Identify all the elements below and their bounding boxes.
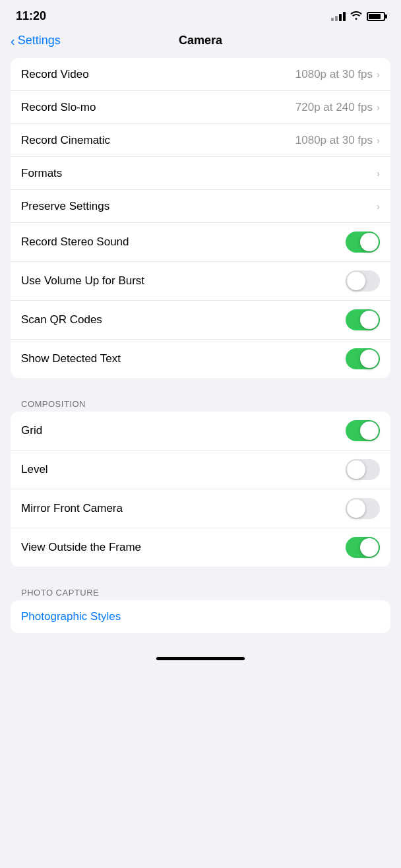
toggle-knob xyxy=(360,538,379,557)
photographic-styles-row[interactable]: Photographic Styles xyxy=(11,600,390,633)
toggle-knob xyxy=(360,350,379,368)
toggle-knob xyxy=(347,460,365,479)
photo-capture-section: Photographic Styles xyxy=(11,600,390,633)
record-cinematic-chevron-icon: › xyxy=(377,135,380,146)
record-slomo-label: Record Slo-mo xyxy=(21,101,96,114)
level-toggle[interactable] xyxy=(346,459,380,480)
grid-label: Grid xyxy=(21,424,42,437)
toggle-knob xyxy=(347,499,365,518)
record-video-value: 1080p at 30 fps xyxy=(295,68,373,81)
record-slomo-value: 720p at 240 fps xyxy=(295,101,373,114)
page-title: Camera xyxy=(179,34,222,47)
scan-qr-codes-toggle[interactable] xyxy=(346,309,380,330)
back-chevron-icon: ‹ xyxy=(11,34,15,47)
status-icons xyxy=(331,10,385,22)
mirror-front-camera-toggle[interactable] xyxy=(346,498,380,519)
nav-header: ‹ Settings Camera xyxy=(0,28,401,58)
home-bar xyxy=(156,657,245,660)
wifi-icon xyxy=(350,10,363,22)
record-cinematic-value: 1080p at 30 fps xyxy=(295,134,373,147)
toggle-knob xyxy=(360,311,379,329)
level-label: Level xyxy=(21,463,48,476)
composition-section: Grid Level Mirror Front Camera View Outs… xyxy=(11,412,390,567)
use-volume-up-toggle[interactable] xyxy=(346,270,380,292)
record-stereo-sound-row: Record Stereo Sound xyxy=(11,223,390,262)
record-slomo-row[interactable]: Record Slo-mo 720p at 240 fps › xyxy=(11,91,390,124)
record-cinematic-label: Record Cinematic xyxy=(21,134,110,147)
record-video-chevron-icon: › xyxy=(377,69,380,80)
formats-row[interactable]: Formats › xyxy=(11,157,390,190)
back-label: Settings xyxy=(18,34,61,47)
use-volume-up-label: Use Volume Up for Burst xyxy=(21,274,144,288)
preserve-settings-label: Preserve Settings xyxy=(21,200,109,213)
formats-label: Formats xyxy=(21,167,62,180)
show-detected-text-label: Show Detected Text xyxy=(21,352,121,365)
record-stereo-sound-label: Record Stereo Sound xyxy=(21,235,129,249)
mirror-front-camera-label: Mirror Front Camera xyxy=(21,502,123,515)
record-cinematic-row[interactable]: Record Cinematic 1080p at 30 fps › xyxy=(11,124,390,157)
toggle-knob xyxy=(347,272,365,290)
show-detected-text-toggle[interactable] xyxy=(346,348,380,369)
status-time: 11:20 xyxy=(16,9,46,23)
grid-row: Grid xyxy=(11,412,390,450)
scan-qr-codes-label: Scan QR Codes xyxy=(21,313,102,326)
photographic-styles-label: Photographic Styles xyxy=(21,610,121,623)
photo-capture-section-label: PHOTO CAPTURE xyxy=(11,582,390,600)
battery-icon xyxy=(367,12,385,21)
record-stereo-sound-toggle[interactable] xyxy=(346,232,380,253)
use-volume-up-row: Use Volume Up for Burst xyxy=(11,262,390,301)
record-video-label: Record Video xyxy=(21,68,89,81)
view-outside-frame-label: View Outside the Frame xyxy=(21,541,141,554)
toggle-knob xyxy=(360,233,379,251)
level-row: Level xyxy=(11,450,390,489)
status-bar: 11:20 xyxy=(0,0,401,28)
preserve-settings-chevron-icon: › xyxy=(377,201,380,212)
preserve-settings-row[interactable]: Preserve Settings › xyxy=(11,190,390,223)
view-outside-frame-row: View Outside the Frame xyxy=(11,528,390,567)
show-detected-text-row: Show Detected Text xyxy=(11,340,390,378)
composition-section-label: COMPOSITION xyxy=(11,394,390,412)
main-settings-section: Record Video 1080p at 30 fps › Record Sl… xyxy=(11,58,390,378)
view-outside-frame-toggle[interactable] xyxy=(346,537,380,558)
toggle-knob xyxy=(360,421,379,440)
home-indicator xyxy=(0,649,401,666)
signal-bars-icon xyxy=(331,12,346,21)
record-slomo-chevron-icon: › xyxy=(377,102,380,113)
formats-chevron-icon: › xyxy=(377,168,380,179)
mirror-front-camera-row: Mirror Front Camera xyxy=(11,489,390,528)
scan-qr-codes-row: Scan QR Codes xyxy=(11,301,390,340)
record-video-row[interactable]: Record Video 1080p at 30 fps › xyxy=(11,58,390,91)
grid-toggle[interactable] xyxy=(346,420,380,441)
back-button[interactable]: ‹ Settings xyxy=(11,34,61,47)
